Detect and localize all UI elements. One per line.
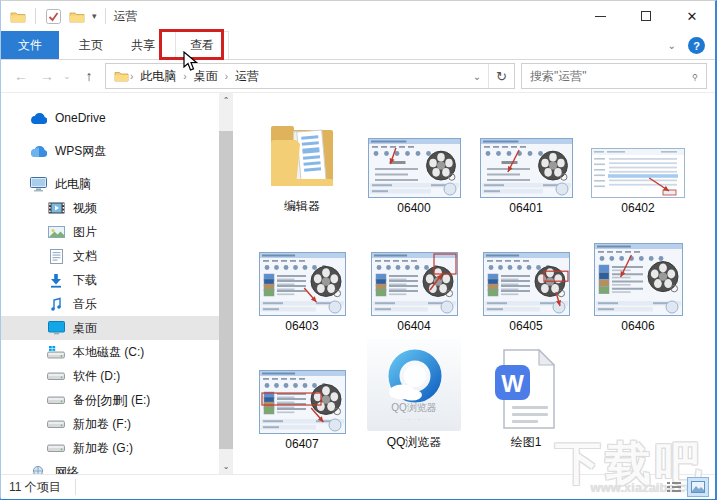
- disk-icon: [47, 443, 65, 454]
- properties-check-icon[interactable]: [44, 9, 62, 24]
- help-icon[interactable]: ?: [688, 37, 705, 54]
- disk-icon: [47, 371, 65, 382]
- svg-text:QQ浏览器: QQ浏览器: [391, 402, 437, 413]
- video-thumbnail-icon: [480, 138, 573, 198]
- item-count-label: 11 个项目: [9, 479, 61, 496]
- file-item-06405[interactable]: 06405: [471, 215, 581, 333]
- video-list-thumbnail-icon: [371, 252, 458, 316]
- minimize-button[interactable]: [577, 1, 623, 31]
- pictures-icon: [47, 226, 65, 238]
- file-item-06401[interactable]: 06401: [471, 103, 581, 215]
- sidebar-item-WPS网盘[interactable]: WPS网盘: [1, 139, 219, 163]
- desktop-icon: [47, 321, 65, 335]
- sidebar-item-备份[勿删] (E:)[interactable]: 备份[勿删] (E:): [1, 388, 219, 412]
- sidebar-item-OneDrive[interactable]: OneDrive: [1, 106, 219, 130]
- folder-thumbnail-icon: [266, 119, 338, 195]
- breadcrumb: ›此电脑›桌面›运营: [130, 68, 466, 85]
- video-list-thumbnail-icon: [259, 252, 346, 316]
- sidebar-item-label: 音乐: [73, 296, 97, 313]
- sidebar-item-新加卷 (G:)[interactable]: 新加卷 (G:): [1, 436, 219, 460]
- breadcrumb-separator-icon[interactable]: ›: [130, 71, 133, 82]
- status-bar: 11 个项目: [1, 474, 715, 499]
- file-item-06407[interactable]: 06407: [247, 333, 357, 451]
- screenshot-wide-thumbnail-icon: [591, 148, 685, 198]
- refresh-icon[interactable]: ↻: [488, 64, 514, 88]
- file-item-label: QQ浏览器: [387, 434, 442, 451]
- sidebar-item-label: 图片: [73, 224, 97, 241]
- up-arrow-icon[interactable]: ↑: [79, 68, 99, 84]
- sidebar-item-图片[interactable]: 图片: [1, 220, 219, 244]
- music-icon: [47, 297, 65, 312]
- disk-icon: [47, 419, 65, 430]
- details-view-button[interactable]: [663, 477, 685, 497]
- thumbnail-view-button[interactable]: [687, 477, 709, 497]
- sidebar-item-label: 文档: [73, 248, 97, 265]
- file-item-06406[interactable]: 06406: [583, 215, 693, 333]
- sidebar-item-软件 (D:)[interactable]: 软件 (D:): [1, 364, 219, 388]
- sidebar-item-本地磁盘 (C:)[interactable]: 本地磁盘 (C:): [1, 340, 219, 364]
- recent-locations-dropdown-icon[interactable]: ⌄: [63, 71, 73, 81]
- ribbon-tab-bar: 文件主页共享查看 ⌄ ?: [1, 31, 715, 60]
- video-list-thumbnail-icon: [483, 252, 570, 316]
- divider: [75, 479, 76, 495]
- file-item-06400[interactable]: 06400: [359, 103, 469, 215]
- onedrive-cloud-icon: [29, 112, 47, 125]
- content-area: OneDriveWPS网盘此电脑视频图片文档下载音乐桌面本地磁盘 (C:)软件 …: [1, 93, 715, 474]
- tab-home[interactable]: 主页: [65, 31, 117, 59]
- downloads-icon: [47, 273, 65, 288]
- customize-quick-access-dropdown[interactable]: ▾: [92, 11, 97, 21]
- forward-arrow-icon[interactable]: →: [37, 68, 57, 84]
- file-item-06404[interactable]: 06404: [359, 215, 469, 333]
- address-bar[interactable]: ›此电脑›桌面›运营 ⌄ ↻: [105, 63, 515, 89]
- computer-icon: [29, 177, 47, 192]
- breadcrumb-item[interactable]: 桌面: [191, 68, 221, 85]
- search-input[interactable]: 搜索"运营" ⌕: [521, 63, 707, 89]
- file-item-06402[interactable]: 06402: [583, 103, 693, 215]
- file-item-绘图1[interactable]: W 绘图1: [471, 333, 581, 451]
- file-item-编辑器[interactable]: 编辑器: [247, 103, 357, 215]
- sidebar-item-下载[interactable]: 下载: [1, 268, 219, 292]
- tab-view[interactable]: 查看: [175, 31, 229, 59]
- video-list-thumbnail-icon: [259, 370, 346, 434]
- breadcrumb-item[interactable]: 此电脑: [137, 68, 179, 85]
- sidebar-item-此电脑[interactable]: 此电脑: [1, 172, 219, 196]
- video-list-tall-thumbnail-icon: [594, 243, 683, 316]
- sidebar-item-音乐[interactable]: 音乐: [1, 292, 219, 316]
- divider: [105, 8, 106, 24]
- svg-text:· · ○ · · ○ · ·: · · ○ · · ○ · ·: [401, 416, 427, 422]
- sidebar-item-label: 新加卷 (G:): [73, 440, 133, 457]
- sidebar-scrollbar[interactable]: ⌃ ⌄: [219, 93, 233, 474]
- file-item-06403[interactable]: 06403: [247, 215, 357, 333]
- breadcrumb-separator-icon[interactable]: ›: [225, 71, 228, 82]
- window-title: 运营: [114, 8, 138, 25]
- breadcrumb-separator-icon[interactable]: ›: [183, 71, 186, 82]
- tab-share[interactable]: 共享: [117, 31, 169, 59]
- title-bar: ▾ 运营 ✕: [1, 1, 715, 31]
- file-item-label: 06402: [621, 201, 654, 215]
- file-item-label: 编辑器: [284, 198, 320, 215]
- explorer-window: ▾ 运营 ✕ 文件主页共享查看 ⌄ ? ← → ⌄ ↑ ›此电脑›桌面›运营: [0, 0, 717, 500]
- divider: [35, 8, 36, 24]
- file-item-label: 06405: [509, 319, 542, 333]
- back-arrow-icon[interactable]: ←: [11, 68, 31, 84]
- expand-ribbon-chevron-icon[interactable]: ⌄: [668, 40, 676, 51]
- qq-browser-thumbnail-icon: QQ浏览器 · · ○ · · ○ · ·: [367, 339, 461, 431]
- new-folder-icon[interactable]: [68, 10, 86, 23]
- file-item-label: 06404: [397, 319, 430, 333]
- tab-file[interactable]: 文件: [1, 31, 59, 59]
- sidebar-item-视频[interactable]: 视频: [1, 196, 219, 220]
- sidebar-item-新加卷 (F:)[interactable]: 新加卷 (F:): [1, 412, 219, 436]
- sidebar-item-文档[interactable]: 文档: [1, 244, 219, 268]
- scroll-down-icon[interactable]: ⌄: [219, 459, 233, 474]
- file-item-QQ浏览器[interactable]: QQ浏览器 · · ○ · · ○ · · QQ浏览器: [359, 333, 469, 451]
- maximize-button[interactable]: [623, 1, 669, 31]
- sidebar-item-桌面[interactable]: 桌面: [1, 316, 219, 340]
- address-dropdown-chevron-icon[interactable]: ⌄: [466, 64, 488, 88]
- scroll-up-icon[interactable]: ⌃: [219, 93, 233, 108]
- close-button[interactable]: ✕: [669, 1, 715, 31]
- sidebar-item-label: 下载: [73, 272, 97, 289]
- navigation-pane: OneDriveWPS网盘此电脑视频图片文档下载音乐桌面本地磁盘 (C:)软件 …: [1, 93, 233, 474]
- sidebar-item-网络[interactable]: 网络: [1, 460, 219, 474]
- breadcrumb-item[interactable]: 运营: [232, 68, 262, 85]
- scrollbar-thumb[interactable]: [219, 131, 233, 449]
